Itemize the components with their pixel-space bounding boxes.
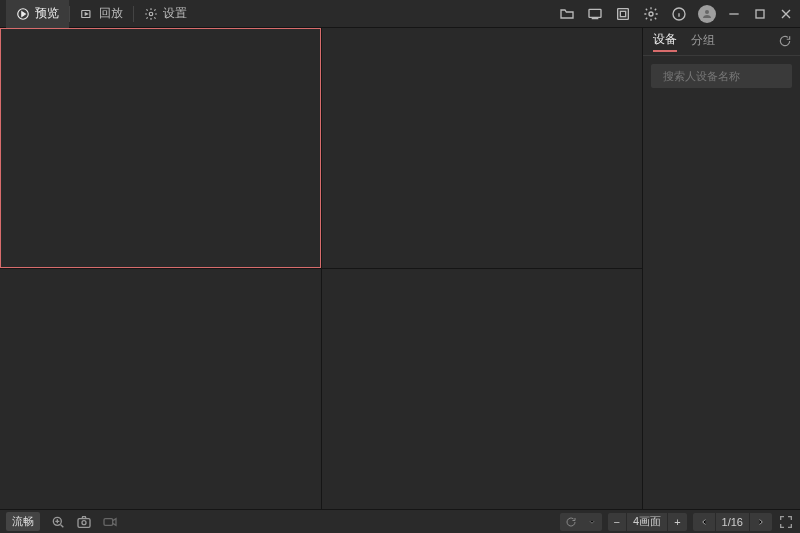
svg-point-13 xyxy=(82,520,86,524)
avatar[interactable] xyxy=(698,5,716,23)
tab-label: 回放 xyxy=(99,5,123,22)
page-next-button[interactable] xyxy=(749,513,772,531)
play-circle-icon xyxy=(16,7,30,21)
layout-plus-button[interactable]: + xyxy=(667,513,686,531)
main-area: 设备 分组 xyxy=(0,28,800,509)
sidebar-tabs: 设备 分组 xyxy=(643,28,800,56)
svg-point-2 xyxy=(149,12,153,16)
svg-rect-12 xyxy=(78,518,90,527)
tab-preview[interactable]: 预览 xyxy=(6,0,69,28)
tab-settings[interactable]: 设置 xyxy=(134,0,197,28)
page-prev-button[interactable] xyxy=(693,513,715,531)
layout-control: − 4画面 + xyxy=(608,513,687,531)
refresh-icon[interactable] xyxy=(778,34,792,48)
svg-rect-9 xyxy=(756,10,764,18)
snapshot-icon[interactable] xyxy=(76,514,92,530)
svg-rect-5 xyxy=(620,11,625,16)
sidebar: 设备 分组 xyxy=(642,28,800,509)
top-bar: 预览 回放 设置 xyxy=(0,0,800,28)
layout-minus-button[interactable]: − xyxy=(608,513,626,531)
page-control: 1/16 xyxy=(693,513,772,531)
zoom-icon[interactable] xyxy=(50,514,66,530)
video-cell[interactable] xyxy=(0,28,321,268)
tab-label: 预览 xyxy=(35,5,59,22)
info-icon[interactable] xyxy=(670,5,688,23)
fullscreen-icon[interactable] xyxy=(778,514,794,530)
main-tabs: 预览 回放 设置 xyxy=(6,0,197,28)
monitor-icon[interactable] xyxy=(614,5,632,23)
video-grid xyxy=(0,28,642,509)
svg-point-8 xyxy=(705,10,709,14)
maximize-button[interactable] xyxy=(752,6,768,22)
playback-icon xyxy=(80,7,94,21)
gear-icon xyxy=(144,7,158,21)
svg-rect-4 xyxy=(618,8,629,19)
sidebar-tab-groups[interactable]: 分组 xyxy=(691,32,715,51)
video-cell[interactable] xyxy=(322,28,643,268)
close-button[interactable] xyxy=(778,6,794,22)
search-input[interactable] xyxy=(663,70,800,82)
stream-quality-button[interactable]: 流畅 xyxy=(6,512,40,531)
sidebar-tab-devices[interactable]: 设备 xyxy=(653,31,677,52)
page-label: 1/16 xyxy=(715,513,749,531)
screen-icon[interactable] xyxy=(586,5,604,23)
video-cell[interactable] xyxy=(322,269,643,509)
cycle-icon xyxy=(560,516,582,528)
bottom-bar: 流畅 − 4画面 + 1/16 xyxy=(0,509,800,533)
cycle-button[interactable] xyxy=(560,513,602,531)
bottom-left-controls: 流畅 xyxy=(6,512,118,531)
layout-label: 4画面 xyxy=(626,513,667,531)
video-cell[interactable] xyxy=(0,269,321,509)
svg-rect-3 xyxy=(589,9,601,17)
record-icon[interactable] xyxy=(102,514,118,530)
top-right-controls xyxy=(558,5,794,23)
svg-rect-14 xyxy=(104,518,113,525)
minimize-button[interactable] xyxy=(726,6,742,22)
tab-playback[interactable]: 回放 xyxy=(70,0,133,28)
gear-icon[interactable] xyxy=(642,5,660,23)
folder-icon[interactable] xyxy=(558,5,576,23)
tab-label: 设置 xyxy=(163,5,187,22)
search-box[interactable] xyxy=(651,64,792,88)
svg-point-6 xyxy=(649,12,653,16)
chevron-down-icon xyxy=(582,517,602,527)
bottom-right-controls: − 4画面 + 1/16 xyxy=(560,513,794,531)
